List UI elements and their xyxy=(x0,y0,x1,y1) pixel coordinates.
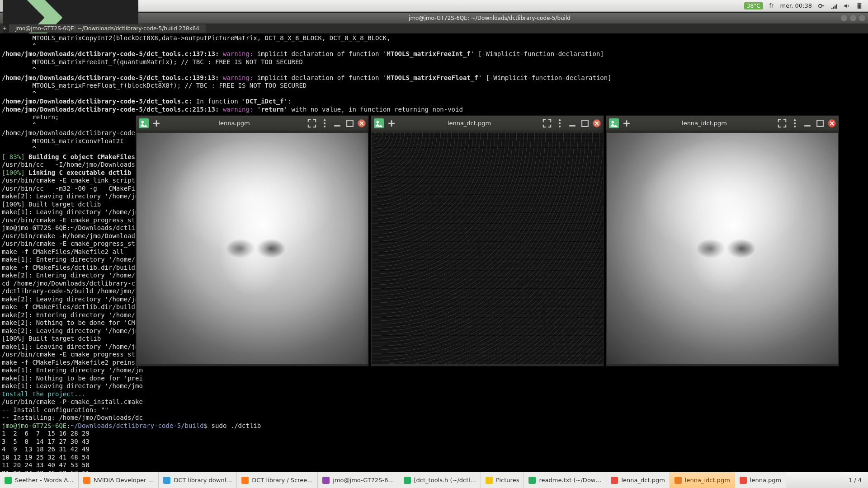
battery-icon[interactable] xyxy=(856,3,863,9)
terminal-line: 1 2 6 7 15 16 28 29 xyxy=(2,430,866,438)
terminal-line: ^ xyxy=(2,66,866,74)
vpn-icon[interactable] xyxy=(818,3,825,9)
add-icon[interactable] xyxy=(622,118,632,128)
app-icon xyxy=(404,477,411,484)
taskbar-item[interactable]: Pictures xyxy=(481,472,524,488)
svg-point-10 xyxy=(324,125,326,127)
taskbar-item-label: DCT library / Scree… xyxy=(252,477,313,483)
terminal-line: jmo@jmo-GT72S-6QE:~/Downloads/dctlibrary… xyxy=(2,422,866,430)
app-icon xyxy=(163,477,170,484)
network-icon[interactable] xyxy=(831,3,837,9)
close-button[interactable] xyxy=(859,15,865,21)
terminal-tabbar: ⊞ jmo@jmo-GT72S-6QE: ~/Downloads/dctlibr… xyxy=(0,23,868,33)
taskbar-item[interactable]: lenna_dct.pgm xyxy=(606,472,670,488)
fullscreen-icon[interactable] xyxy=(542,118,552,128)
volume-icon[interactable] xyxy=(844,3,850,9)
terminal-line: /home/jmo/Downloads/dctlibrary-code-5/dc… xyxy=(2,50,866,58)
taskbar-item-label: DCT library downl… xyxy=(174,477,232,483)
close-icon[interactable] xyxy=(828,119,836,127)
svg-point-17 xyxy=(559,125,561,127)
terminal-line: ^ xyxy=(2,42,866,51)
image-viewer-window: lenna_idct.pgm xyxy=(606,115,839,366)
taskbar-item-label: [dct_tools.h (~/dctl… xyxy=(414,477,476,483)
terminal-line: /home/jmo/Downloads/dctlibrary-code-5/dc… xyxy=(2,74,866,82)
image-viewer-titlebar[interactable]: lenna_dct.pgm xyxy=(371,116,604,131)
image-canvas[interactable] xyxy=(606,131,839,366)
terminal-line: make[1]: Entering directory '/home/jm xyxy=(2,366,866,375)
menu-icon[interactable] xyxy=(320,118,330,128)
taskbar-item[interactable]: readme.txt (~/Dow… xyxy=(524,472,606,488)
taskbar-item[interactable]: [dct_tools.h (~/dctl… xyxy=(399,472,481,488)
add-icon[interactable] xyxy=(387,118,396,128)
workspace-switcher[interactable]: 1 / 4 xyxy=(842,472,868,488)
terminal-line: MTOOLS_matrixCopyInt2(blockDct8X8,data->… xyxy=(2,34,866,42)
menu-icon[interactable] xyxy=(790,118,800,128)
maximize-icon[interactable] xyxy=(580,118,590,128)
svg-point-23 xyxy=(794,122,796,124)
taskbar-item-label: lenna_idct.pgm xyxy=(685,477,730,483)
app-icon xyxy=(241,477,249,484)
maximize-icon[interactable] xyxy=(815,118,825,128)
lenna-image xyxy=(607,133,838,364)
image-viewer-title: lenna_dct.pgm xyxy=(399,120,539,127)
svg-point-7 xyxy=(142,121,144,123)
terminal-line: MTOOLS_matrixFreeFloat_f(blockDct8X8f); … xyxy=(2,82,866,90)
terminal-line: 4 9 13 18 26 31 42 49 xyxy=(2,446,866,454)
svg-point-0 xyxy=(819,4,822,7)
image-viewer-title: lenna_idct.pgm xyxy=(634,120,774,127)
maximize-button[interactable] xyxy=(850,15,856,21)
svg-rect-26 xyxy=(817,120,823,127)
terminal-line: make[1]: Leaving directory '/home/jmo xyxy=(2,382,866,390)
terminal-titlebar[interactable]: jmo@jmo-GT72S-6QE: ~/Downloads/dctlibrar… xyxy=(0,13,868,23)
close-icon[interactable] xyxy=(358,119,366,127)
terminal-line: 3 5 8 14 17 27 30 43 xyxy=(2,438,866,446)
svg-rect-12 xyxy=(347,120,353,127)
dct-image xyxy=(372,133,603,364)
image-viewer-titlebar[interactable]: lenna_idct.pgm xyxy=(606,116,839,131)
fullscreen-icon[interactable] xyxy=(307,118,317,128)
terminal-tab[interactable]: jmo@jmo-GT72S-6QE: ~/Downloads/dctlibrar… xyxy=(9,24,206,33)
minimize-button[interactable] xyxy=(841,15,847,21)
app-icon xyxy=(528,477,536,484)
keyboard-layout-indicator[interactable]: fr xyxy=(769,2,774,9)
svg-point-9 xyxy=(324,122,326,124)
clock[interactable]: mer. 00:38 xyxy=(780,2,812,9)
image-canvas[interactable] xyxy=(371,131,604,366)
fullscreen-icon[interactable] xyxy=(777,118,787,128)
minimize-icon[interactable] xyxy=(567,118,577,128)
image-viewer-titlebar[interactable]: lenna.pgm xyxy=(136,116,368,131)
taskbar-item[interactable]: jmo@jmo-GT72S-6… xyxy=(318,472,399,488)
taskbar-item[interactable]: lenna_idct.pgm xyxy=(670,472,735,488)
new-tab-button[interactable]: ⊞ xyxy=(0,25,9,32)
svg-point-21 xyxy=(612,121,614,123)
svg-rect-1 xyxy=(821,5,824,6)
eog-app-icon xyxy=(374,118,384,128)
taskbar-item[interactable]: lenna.pgm xyxy=(735,472,786,488)
taskbar-item[interactable]: DCT library / Scree… xyxy=(237,472,318,488)
svg-rect-4 xyxy=(858,4,860,8)
eog-app-icon xyxy=(609,118,619,128)
terminal-line: /home/jmo/Downloads/dctlibrary-code-5/dc… xyxy=(2,98,866,106)
close-icon[interactable] xyxy=(593,119,601,127)
svg-rect-18 xyxy=(569,125,576,127)
app-icon xyxy=(83,477,90,484)
taskbar: Seether - Words A…NVIDIA Developer …DCT … xyxy=(0,472,868,488)
taskbar-item[interactable]: NVIDIA Developer … xyxy=(79,472,159,488)
minimize-icon[interactable] xyxy=(332,118,342,128)
taskbar-item[interactable]: DCT library downl… xyxy=(159,472,237,488)
menu-icon[interactable] xyxy=(555,118,565,128)
taskbar-item[interactable]: Seether - Words A… xyxy=(0,472,79,488)
app-icon xyxy=(322,477,330,484)
temperature-indicator[interactable]: 38°C xyxy=(744,2,763,9)
maximize-icon[interactable] xyxy=(345,118,355,128)
minimize-icon[interactable] xyxy=(802,118,812,128)
add-icon[interactable] xyxy=(151,118,161,128)
image-canvas[interactable] xyxy=(136,131,368,366)
terminal-line: -- Installing: /home/jmo/Downloads/dc xyxy=(2,414,866,422)
image-viewer-window: lenna.pgm xyxy=(136,115,369,366)
terminal-line: /usr/bin/cmake -P cmake_install.cmake xyxy=(2,398,866,406)
lenna-image xyxy=(137,133,368,364)
terminal-line: /home/jmo/Downloads/dctlibrary-code-5/dc… xyxy=(2,106,866,114)
image-viewer-window: lenna_dct.pgm xyxy=(371,115,604,366)
taskbar-item-label: jmo@jmo-GT72S-6… xyxy=(333,477,394,483)
